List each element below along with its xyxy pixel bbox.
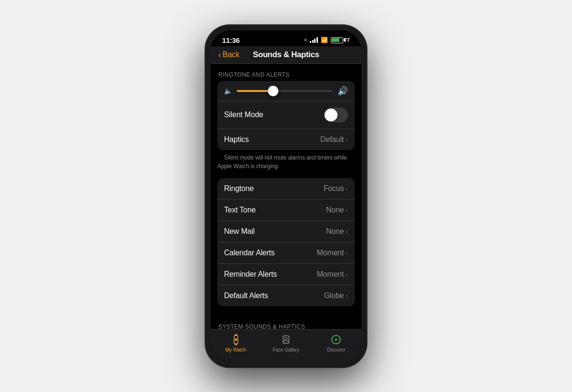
calendar-alerts-row[interactable]: Calendar Alerts Moment ›: [217, 242, 355, 264]
calendar-alerts-right: Moment ›: [317, 249, 348, 257]
calendar-alerts-chevron-icon: ›: [346, 249, 348, 257]
text-tone-label: Text Tone: [224, 206, 255, 214]
silent-mode-toggle[interactable]: [324, 108, 348, 122]
new-mail-value: None: [326, 227, 344, 236]
new-mail-label: New Mail: [224, 227, 255, 236]
back-chevron-icon: ‹: [218, 50, 221, 59]
reminder-alerts-chevron-icon: ›: [346, 271, 348, 278]
battery-icon: 77: [331, 37, 350, 43]
watch-icon: [230, 333, 242, 346]
default-alerts-right: Globe ›: [324, 291, 348, 300]
text-tone-chevron-icon: ›: [346, 206, 348, 214]
page-title: Sounds & Haptics: [253, 50, 319, 60]
silent-note-container: Silent mode will not mute alarms and tim…: [217, 153, 355, 171]
toggle-thumb: [325, 109, 337, 121]
new-mail-chevron-icon: ›: [346, 228, 348, 235]
text-tone-value: None: [326, 206, 344, 214]
default-alerts-row[interactable]: Default Alerts Globe ›: [217, 285, 355, 306]
phone-screen: 11:36 📶 77 ‹: [211, 30, 361, 362]
system-section-label: SYSTEM SOUNDS & HAPTICS: [211, 316, 361, 329]
svg-rect-1: [235, 334, 237, 335]
volume-slider-row[interactable]: 🔈 🔊: [217, 81, 355, 101]
back-label: Back: [223, 50, 240, 59]
volume-high-icon: 🔊: [337, 86, 348, 96]
back-button[interactable]: ‹ Back: [218, 50, 240, 59]
wifi-icon: 📶: [321, 37, 328, 43]
tab-face-gallery[interactable]: Face Gallery: [261, 333, 311, 352]
silent-mode-row[interactable]: Silent Mode: [217, 101, 355, 129]
haptics-row[interactable]: Haptics Default ›: [217, 129, 355, 150]
svg-point-3: [235, 338, 237, 341]
signal-bars-icon: [310, 37, 318, 43]
calendar-alerts-value: Moment: [317, 249, 344, 257]
ringtone-chevron-icon: ›: [346, 185, 348, 192]
tab-my-watch-label: My Watch: [225, 347, 246, 352]
nav-bar: ‹ Back Sounds & Haptics: [211, 46, 361, 64]
tab-discover-label: Discover: [327, 347, 345, 352]
silent-note-text: Silent mode will not mute alarms and tim…: [217, 151, 347, 175]
scroll-content[interactable]: RINGTONE AND ALERTS 🔈 🔊 Silent Mode: [211, 64, 361, 329]
reminder-alerts-row[interactable]: Reminder Alerts Moment ›: [217, 264, 355, 285]
volume-slider[interactable]: [237, 90, 333, 92]
tab-my-watch[interactable]: My Watch: [211, 333, 261, 352]
text-tone-right: None ›: [326, 206, 348, 214]
discover-icon: [330, 333, 342, 346]
status-bar: 11:36 📶 77: [211, 30, 361, 46]
ringtone-label: Ringtone: [224, 184, 254, 193]
tab-face-gallery-label: Face Gallery: [273, 347, 299, 352]
haptics-value: Default: [320, 135, 344, 144]
silent-mode-label: Silent Mode: [224, 111, 263, 119]
reminder-alerts-value: Moment: [317, 270, 344, 279]
slider-thumb[interactable]: [268, 86, 278, 96]
svg-rect-2: [235, 343, 237, 345]
svg-marker-7: [335, 338, 338, 341]
calendar-alerts-label: Calendar Alerts: [224, 249, 275, 257]
haptics-chevron-icon: ›: [346, 136, 348, 143]
sound-items-card: Ringtone Focus › Text Tone None › New Ma…: [217, 178, 355, 306]
status-dot: [304, 39, 307, 41]
tab-bar: My Watch Face Gallery: [211, 329, 361, 362]
new-mail-row[interactable]: New Mail None ›: [217, 221, 355, 242]
haptics-right: Default ›: [320, 135, 348, 144]
tab-discover[interactable]: Discover: [311, 333, 361, 352]
haptics-label: Haptics: [224, 135, 249, 144]
reminder-alerts-label: Reminder Alerts: [224, 270, 277, 279]
new-mail-right: None ›: [326, 227, 348, 236]
text-tone-row[interactable]: Text Tone None ›: [217, 200, 355, 221]
status-icons: 📶 77: [304, 37, 350, 43]
status-time: 11:36: [222, 36, 240, 44]
ringtone-right: Focus ›: [324, 184, 348, 193]
svg-point-5: [285, 337, 287, 340]
default-alerts-value: Globe: [324, 291, 344, 300]
ringtone-value: Focus: [324, 184, 344, 193]
default-alerts-label: Default Alerts: [224, 291, 268, 300]
ringtone-row[interactable]: Ringtone Focus ›: [217, 178, 355, 200]
ringtone-alerts-card: 🔈 🔊 Silent Mode Haptics: [217, 81, 355, 150]
ringtone-section-label: RINGTONE AND ALERTS: [211, 64, 361, 81]
phone-device: 11:36 📶 77 ‹: [205, 25, 367, 368]
volume-low-icon: 🔈: [224, 87, 232, 95]
default-alerts-chevron-icon: ›: [346, 292, 348, 300]
reminder-alerts-right: Moment ›: [317, 270, 348, 279]
face-gallery-icon: [280, 333, 292, 346]
